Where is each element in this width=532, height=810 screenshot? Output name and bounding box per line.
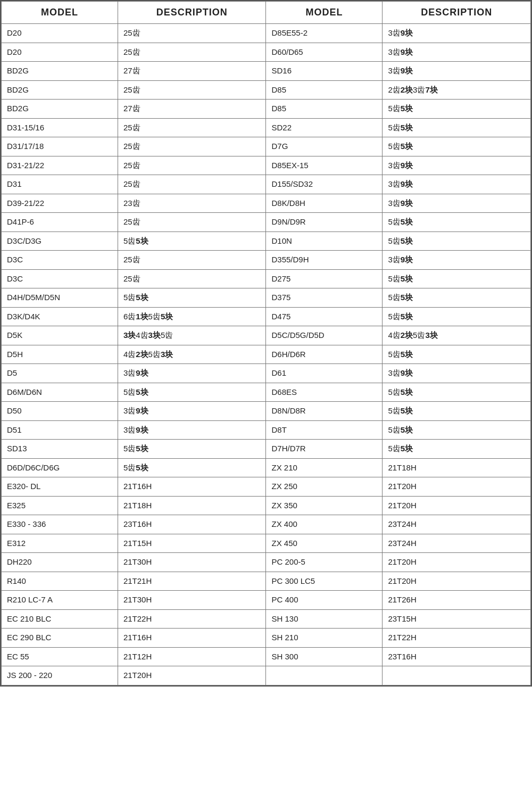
model-cell: D5K [2,326,118,345]
model-cell: SD16 [266,62,383,81]
model-cell: D6H/D6R [266,345,383,364]
model-cell: D10N [266,232,383,251]
model-cell: D7H/D7R [266,440,383,459]
description-cell: 5齿5块 [383,307,531,326]
model-cell: PC 400 [266,591,383,610]
model-cell: D375 [266,288,383,308]
table-row: D513齿9块D8T5齿5块 [2,420,531,440]
model-cell: SD13 [2,440,118,459]
table-row: D3125齿D155/SD323齿9块 [2,175,531,194]
table-row: E330 - 33623T16HZX 40023T24H [2,515,531,534]
table-row: D2025齿D85E55-23齿9块 [2,24,531,43]
description-cell: 5齿5块 [383,440,531,459]
description-cell: 5齿5块 [383,118,531,137]
description-cell: 21T21H [118,572,266,591]
model-cell: D20 [2,43,118,62]
model-cell: PC 300 LC5 [266,572,383,591]
description-cell: 5齿5块 [118,288,266,308]
description-cell: 5齿5块 [383,232,531,251]
description-cell: 23T15H [383,609,531,629]
description-cell: 21T15H [118,534,266,553]
model-cell: D85 [266,100,383,119]
main-table-wrapper: MODEL DESCRIPTION MODEL DESCRIPTION D202… [0,0,532,687]
description-cell: 6齿1块5齿5块 [118,307,266,326]
col-header-desc1: DESCRIPTION [118,2,266,24]
model-cell: ZX 400 [266,515,383,534]
description-cell: 25齿 [118,269,266,288]
table-row: DH22021T30HPC 200-521T20H [2,553,531,572]
model-cell: ZX 250 [266,477,383,497]
model-cell: R210 LC-7 A [2,591,118,610]
model-cell: SH 300 [266,647,383,666]
description-cell: 27齿 [118,62,266,81]
parts-table: MODEL DESCRIPTION MODEL DESCRIPTION D202… [1,1,531,685]
model-cell: E325 [2,496,118,515]
description-cell: 5齿5块 [118,458,266,477]
model-cell: D20 [2,24,118,43]
table-row: D31-15/1625齿SD225齿5块 [2,118,531,137]
description-cell: 4齿2块5齿3块 [383,326,531,345]
description-cell: 3齿9块 [383,24,531,43]
table-row: D5H4齿2块5齿3块D6H/D6R5齿5块 [2,345,531,364]
table-row: D4H/D5M/D5N5齿5块D3755齿5块 [2,288,531,308]
description-cell: 3齿9块 [383,175,531,194]
table-row: D6M/D6N5齿5块D68ES5齿5块 [2,383,531,402]
table-row: E31221T15HZX 45023T24H [2,534,531,553]
model-cell: D7G [266,137,383,156]
model-cell: D5C/D5G/D5D [266,326,383,345]
model-cell: D5H [2,345,118,364]
model-cell: JS 200 - 220 [2,666,118,685]
description-cell: 3齿9块 [383,364,531,383]
description-cell: 5齿5块 [383,137,531,156]
model-cell: D155/SD32 [266,175,383,194]
description-cell: 5齿5块 [118,440,266,459]
table-row: BD2G27齿SD163齿9块 [2,62,531,81]
description-cell: 25齿 [118,24,266,43]
table-row: D3C/D3G5齿5块D10N5齿5块 [2,232,531,251]
model-cell: ZX 450 [266,534,383,553]
description-cell: 5齿5块 [383,213,531,232]
model-cell: D6D/D6C/D6G [2,458,118,477]
description-cell: 5齿5块 [383,288,531,308]
model-cell: SH 210 [266,629,383,648]
model-cell: D3C [2,251,118,270]
model-cell: E320- DL [2,477,118,497]
model-cell: D85 [266,80,383,100]
description-cell: 25齿 [118,118,266,137]
description-cell: 3齿9块 [383,194,531,213]
model-cell: D355/D9H [266,251,383,270]
table-row: D3C25齿D355/D9H3齿9块 [2,251,531,270]
model-cell: D3K/D4K [2,307,118,326]
table-row: EC 5521T12HSH 30023T16H [2,647,531,666]
description-cell: 21T20H [383,477,531,497]
table-row: JS 200 - 22021T20H [2,666,531,685]
table-row: EC 290 BLC21T16HSH 21021T22H [2,629,531,648]
model-cell: D85E55-2 [266,24,383,43]
model-cell: D31-15/16 [2,118,118,137]
model-cell: D475 [266,307,383,326]
description-cell: 5齿5块 [118,383,266,402]
model-cell: ZX 350 [266,496,383,515]
model-cell: D31 [2,175,118,194]
model-cell: D31-21/22 [2,156,118,175]
model-cell: D8K/D8H [266,194,383,213]
model-cell: EC 290 BLC [2,629,118,648]
description-cell: 3齿9块 [118,402,266,421]
table-row: E320- DL21T16HZX 25021T20H [2,477,531,497]
description-cell: 25齿 [118,43,266,62]
table-row: D41P-625齿D9N/D9R5齿5块 [2,213,531,232]
description-cell: 3齿9块 [118,364,266,383]
col-header-model1: MODEL [2,2,118,24]
table-row: R210 LC-7 A21T30HPC 40021T26H [2,591,531,610]
description-cell: 21T22H [383,629,531,648]
description-cell: 21T26H [383,591,531,610]
description-cell: 5齿5块 [383,402,531,421]
table-row: D31/17/1825齿D7G5齿5块 [2,137,531,156]
model-cell: D31/17/18 [2,137,118,156]
table-row: D3K/D4K6齿1块5齿5块D4755齿5块 [2,307,531,326]
description-cell: 21T30H [118,553,266,572]
table-row: D6D/D6C/D6G5齿5块ZX 21021T18H [2,458,531,477]
table-row: D53齿9块D613齿9块 [2,364,531,383]
table-row: BD2G25齿D852齿2块3齿7块 [2,80,531,100]
description-cell: 23T16H [383,647,531,666]
